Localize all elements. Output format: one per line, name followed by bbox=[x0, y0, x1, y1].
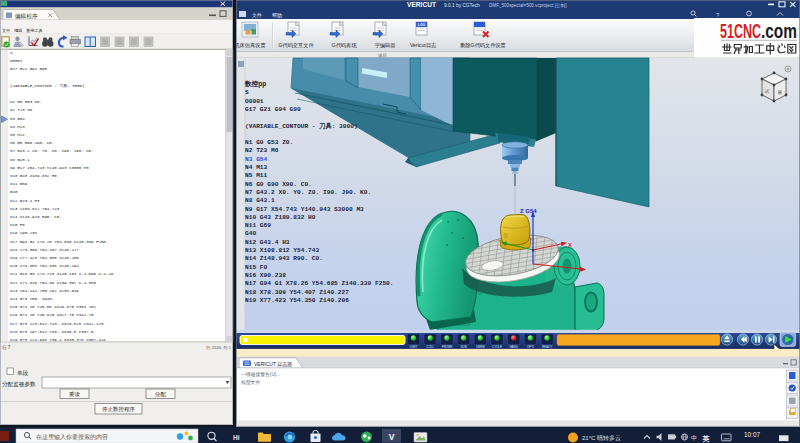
svg-text:N22 X71.616 Y54.89 Z139.302 K-: N22 X71.616 Y54.89 Z139.302 K-4.386 bbox=[10, 281, 97, 285]
svg-text:N27 G73 X23.542 Y43. Z829.625: N27 G73 X23.542 Y43. Z829.625 C342.125 bbox=[10, 322, 104, 326]
svg-text:英: 英 bbox=[702, 435, 710, 443]
svg-text:N6 G0 G90 X90. C0.: N6 G0 G90 X90. C0. bbox=[10, 141, 54, 145]
svg-text:O0001: O0001 bbox=[245, 98, 264, 105]
svg-text:LIMIT: LIMIT bbox=[410, 345, 418, 349]
svg-text:系统工具: 系统工具 bbox=[26, 28, 43, 33]
svg-text:N16 X90.238: N16 X90.238 bbox=[245, 272, 286, 279]
svg-text:Vericut日志: Vericut日志 bbox=[410, 42, 437, 48]
svg-text:分配监视参数: 分配监视参数 bbox=[2, 381, 36, 388]
svg-text:N5 M11: N5 M11 bbox=[245, 172, 268, 179]
svg-text:N10 G43 Z189.832 H0: N10 G43 Z189.832 H0 bbox=[245, 214, 316, 221]
svg-text:N19 X77.423 Y54.350 Z140.206: N19 X77.423 Y54.350 Z140.206 bbox=[10, 256, 79, 260]
svg-text:READY: READY bbox=[542, 345, 552, 349]
svg-text:N12 G43.4 H3: N12 G43.4 H3 bbox=[245, 239, 290, 246]
svg-text:编辑: 编辑 bbox=[14, 28, 22, 33]
svg-text:(VARIABLE_CONTOUR - 刀具: 3000): (VARIABLE_CONTOUR - 刀具: 3000) bbox=[10, 84, 85, 88]
svg-text:字编辑器: 字编辑器 bbox=[375, 42, 396, 49]
svg-text:10:07: 10:07 bbox=[744, 431, 760, 438]
svg-text:N1 G0 G53 Z0.: N1 G0 G53 Z0. bbox=[10, 100, 42, 104]
svg-text:N21 G18 G3 X74.715 Z140.104 I-: N21 G18 G3 X74.715 Z140.104 I-1.096 K-4.… bbox=[10, 272, 114, 276]
svg-text:N23 X64.144 Y55.262 Z138.049: N23 X64.144 Y55.262 Z138.049 bbox=[10, 289, 79, 293]
svg-text:一级碰撞警告(U)...: 一级碰撞警告(U)... bbox=[241, 371, 280, 378]
svg-text:N25 G74 S0 Y45.55 Z829.875 C35: N25 G74 S0 Y45.55 Z829.875 C354 J52 bbox=[10, 305, 97, 309]
svg-text:21°C 晴转多云: 21°C 晴转多云 bbox=[582, 435, 621, 441]
svg-text:9.0.1 by CGTech: 9.0.1 by CGTech bbox=[444, 3, 480, 8]
svg-text:OPTI: OPTI bbox=[527, 345, 534, 349]
svg-text:N3 G54: N3 G54 bbox=[245, 156, 268, 163]
svg-text:N18 X78.309 Y54.407 Z140.227: N18 X78.309 Y54.407 Z140.227 bbox=[10, 248, 79, 252]
svg-text:N3 G54: N3 G54 bbox=[10, 117, 25, 121]
svg-text:在这里输入你要搜索的内容: 在这里输入你要搜索的内容 bbox=[36, 433, 108, 441]
svg-text:文件: 文件 bbox=[252, 12, 262, 18]
svg-text:N17 G94 G1 X78.26 Y54.685 Z140: N17 G94 G1 X78.26 Y54.685 Z140.339 F250. bbox=[10, 240, 108, 244]
svg-text:N19 X77.423 Y54.350 Z140.206: N19 X77.423 Y54.350 Z140.206 bbox=[245, 297, 349, 304]
svg-text:G17 G21 G94 G90: G17 G21 G94 G90 bbox=[245, 106, 301, 113]
svg-text:N10 G43 Z189.832 H0: N10 G43 Z189.832 H0 bbox=[10, 174, 57, 178]
svg-text:Z G54: Z G54 bbox=[520, 208, 537, 214]
svg-text:N8 G43.1: N8 G43.1 bbox=[10, 158, 30, 162]
svg-text:分配: 分配 bbox=[155, 391, 166, 398]
svg-text:SUB: SUB bbox=[461, 345, 467, 349]
svg-text:G17 G21 G94 G90: G17 G21 G94 G90 bbox=[10, 67, 47, 71]
svg-text:N7 G43.2 X0. Y0. Z0. I90. J90.: N7 G43.2 X0. Y0. Z0. I90. J90. K0. bbox=[245, 189, 371, 196]
svg-text:N8 G43.1: N8 G43.1 bbox=[245, 197, 275, 204]
svg-text:VERICUT 日志器: VERICUT 日志器 bbox=[254, 361, 292, 368]
svg-text:O0001: O0001 bbox=[10, 59, 23, 63]
svg-text:删除G代码文件设置: 删除G代码文件设置 bbox=[460, 42, 506, 49]
svg-text:S: S bbox=[245, 89, 249, 96]
svg-text:帮助: 帮助 bbox=[272, 12, 282, 19]
svg-text:文件: 文件 bbox=[2, 28, 11, 33]
svg-text:N5 M11: N5 M11 bbox=[10, 133, 25, 137]
svg-text:重读: 重读 bbox=[69, 391, 80, 397]
svg-text:N15 F0: N15 F0 bbox=[10, 223, 25, 227]
svg-text:数控pp: 数控pp bbox=[244, 80, 266, 88]
svg-text:N14 Z148.943 R90. C0.: N14 Z148.943 R90. C0. bbox=[245, 255, 323, 262]
svg-text:N14 Z148.943 R90. C0.: N14 Z148.943 R90. C0. bbox=[10, 215, 62, 219]
svg-text:N2 T23 M6: N2 T23 M6 bbox=[245, 147, 279, 154]
svg-text:LOG: LOG bbox=[418, 23, 426, 27]
svg-text:N2 T23 M6: N2 T23 M6 bbox=[10, 108, 33, 112]
svg-text:N4 M13: N4 M13 bbox=[10, 125, 25, 129]
svg-text:N6 G0 G90 X90. C0.: N6 G0 G90 X90. C0. bbox=[245, 181, 312, 188]
svg-text:CYCLE: CYCLE bbox=[492, 345, 502, 349]
svg-text:V: V bbox=[389, 432, 395, 442]
svg-text:PROBE: PROBE bbox=[442, 345, 453, 349]
svg-text:G40: G40 bbox=[245, 230, 256, 237]
svg-text:N11 G69: N11 G69 bbox=[10, 182, 28, 186]
svg-text:N16 X90.238: N16 X90.238 bbox=[10, 231, 38, 235]
svg-text:项目: 项目 bbox=[378, 53, 387, 58]
svg-text:单段: 单段 bbox=[17, 370, 29, 376]
svg-text:试: 试 bbox=[765, 89, 770, 94]
svg-text:DBRM: DBRM bbox=[476, 345, 485, 349]
svg-text:N13 X108.812 Y54.743: N13 X108.812 Y54.743 bbox=[10, 207, 60, 211]
svg-text:N15 F0: N15 F0 bbox=[245, 264, 268, 271]
svg-text:G代码再现: G代码再现 bbox=[332, 42, 358, 49]
svg-text:VERICUT: VERICUT bbox=[407, 1, 436, 8]
svg-text:N9 G17 X54.743 Y140.943 S3000: N9 G17 X54.743 Y140.943 S3000 M3 bbox=[245, 206, 364, 213]
svg-text:N9 G17 X54.743 Y140.943 S3000: N9 G17 X54.743 Y140.943 S3000 M3 bbox=[10, 166, 89, 170]
svg-text:行 7: 行 7 bbox=[2, 345, 11, 350]
svg-text:COLL: COLL bbox=[426, 345, 434, 349]
svg-text:展: 展 bbox=[778, 90, 783, 95]
svg-text:模型文件: 模型文件 bbox=[241, 379, 260, 385]
svg-text:N11 G69: N11 G69 bbox=[245, 222, 271, 229]
svg-text:G40: G40 bbox=[10, 190, 18, 194]
svg-text:中: 中 bbox=[691, 435, 697, 441]
svg-text:N1 G0 G53 Z0.: N1 G0 G53 Z0. bbox=[245, 139, 293, 146]
svg-text:N20 X76.808 Y54.836 Z140.194: N20 X76.808 Y54.836 Z140.194 bbox=[10, 264, 79, 268]
svg-text:Hi: Hi bbox=[233, 434, 240, 441]
svg-text:N29 G73 X24.998 Y39.4 Z830.376: N29 G73 X24.998 Y39.4 Z830.376 C357.424 bbox=[10, 338, 106, 342]
svg-text:停止数控程序: 停止数控程序 bbox=[101, 406, 135, 413]
svg-text:N7 G43.2 X0. Y0. Z0. I90. J90.: N7 G43.2 X0. Y0. Z0. I90. J90. K0. bbox=[10, 149, 94, 153]
svg-text:X: X bbox=[568, 242, 572, 248]
svg-text:N26 G74 S0 Y45.825 Z827.75 C34: N26 G74 S0 Y45.825 Z827.75 C342.75 bbox=[10, 313, 94, 317]
svg-text:HAND: HAND bbox=[509, 345, 518, 349]
svg-text:N24 G73 Y50. Z940.: N24 G73 Y50. Z940. bbox=[10, 297, 54, 301]
svg-text:机床仿真设置: 机床仿真设置 bbox=[234, 42, 265, 49]
svg-text:N18 X78.309 Y54.407 Z140.227: N18 X78.309 Y54.407 Z140.227 bbox=[245, 289, 349, 296]
svg-text:N12 G43.4 H3: N12 G43.4 H3 bbox=[10, 199, 40, 203]
svg-text:编辑程序: 编辑程序 bbox=[15, 13, 38, 20]
svg-text:(VARIABLE_CONTOUR - 刀具: 3000): (VARIABLE_CONTOUR - 刀具: 3000) bbox=[245, 122, 358, 130]
svg-text:N28 G73 X97.542 Y83. Z839.5 C3: N28 G73 X97.542 Y83. Z839.5 C357.5 bbox=[10, 330, 94, 334]
svg-text:51CNC: 51CNC bbox=[720, 20, 761, 42]
